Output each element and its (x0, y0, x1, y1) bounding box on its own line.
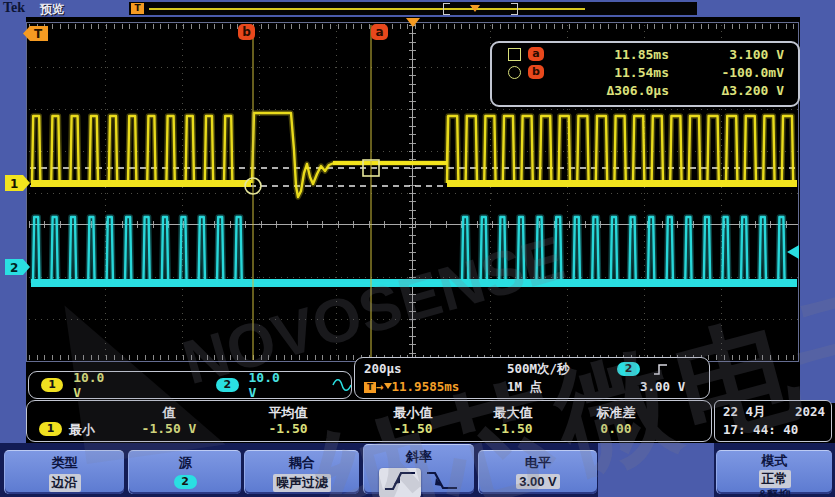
record-line (149, 8, 585, 10)
ch1-badge[interactable]: 1 (41, 378, 63, 392)
ch2-scale: 10.0 V (249, 370, 294, 400)
cursor-a-time: 11.85ms (544, 47, 669, 62)
window-bracket-right-icon (511, 3, 518, 15)
clock-year: 2024 (795, 404, 825, 419)
trigger-record-icon: T (131, 3, 144, 14)
menu-type-button[interactable]: 类型 边沿 (4, 450, 124, 494)
meas-mean: -1.50 (268, 421, 307, 436)
cursor-delta-row: Δ306.0μs Δ3.200 V (492, 81, 798, 99)
bottom-menu: 类型 边沿 源 2 耦合 噪声过滤 斜率 电平 3.00 V (0, 443, 835, 497)
cursor-a-row: a 11.85ms 3.100 V (492, 45, 798, 63)
cursor-a-voltage: 3.100 V (669, 47, 798, 62)
top-bar: Tek 预览 T (0, 0, 835, 17)
trigger-level-readout: 3.00 V (640, 379, 685, 394)
meas-header-mean: 平均值 (269, 404, 308, 422)
record-trigger-triangle-icon (470, 5, 480, 12)
sample-rate: 500M次/秒 (507, 361, 570, 378)
mode-value: 正常 (759, 470, 791, 488)
channel-readout: 1 10.0 V 2 10.0 V (28, 371, 352, 399)
trigger-t-icon: T (364, 382, 376, 393)
meas-value: -1.50 V (142, 421, 197, 436)
timebase-scale: 200μs (364, 361, 402, 376)
record-preview-bar: T (129, 2, 697, 15)
cursor-b-badge: b (528, 65, 544, 79)
meas-header-value: 值 (163, 404, 176, 422)
meas-channel-badge: 1 (39, 422, 62, 436)
cursor-a-label[interactable]: a (371, 24, 388, 40)
acquisition-status: 预览 (40, 1, 64, 18)
meas-header-min: 最小值 (394, 404, 433, 422)
cursor-a-shape-icon (508, 48, 521, 61)
right-border (800, 17, 835, 403)
meas-min: -1.50 (393, 421, 432, 436)
falling-slope-icon[interactable] (424, 469, 460, 497)
cursor-readout: a 11.85ms 3.100 V b 11.54ms -100.0mV Δ30… (490, 41, 800, 107)
cursor-delta-voltage: Δ3.200 V (669, 83, 798, 98)
ac-coupling-icon (332, 379, 351, 391)
cursor-b-voltage: -100.0mV (669, 65, 798, 80)
ch1-scale: 10.0 V (73, 370, 118, 400)
source-channel-badge: 2 (174, 475, 197, 489)
menu-slope-button[interactable]: 斜率 (363, 444, 474, 494)
cursor-b-time: 11.54ms (544, 65, 669, 80)
coupling-value: 噪声过滤 (273, 474, 331, 492)
clock-readout: 22 4月 2024 17: 44: 40 (714, 400, 832, 442)
meas-stddev: 0.00 (600, 421, 631, 436)
left-border (0, 17, 26, 443)
trigger-position-readout: T→11.9585ms (364, 379, 459, 394)
window-bracket-left-icon (443, 3, 450, 15)
meas-max: -1.50 (493, 421, 532, 436)
trigger-triangle-icon (384, 383, 392, 389)
meas-name: 最小 (69, 421, 95, 439)
trigger-position-value: 11.9585ms (392, 379, 460, 394)
menu-source-button[interactable]: 源 2 (128, 450, 241, 494)
cursor-a-badge: a (528, 47, 544, 61)
trigger-slope-icon (653, 362, 669, 376)
cursor-b-shape-icon (508, 66, 521, 79)
rising-slope-icon[interactable] (379, 468, 421, 497)
clock-date: 22 4月 (723, 404, 766, 421)
cursor-b-row: b 11.54ms -100.0mV (492, 63, 798, 81)
timebase-trigger-readout: 200μs 500M次/秒 2 T→11.9585ms 1M 点 3.00 V (354, 357, 710, 399)
tek-logo: Tek (3, 0, 25, 16)
meas-header-max: 最大值 (494, 404, 533, 422)
menu-coupling-button[interactable]: 耦合 噪声过滤 (244, 450, 359, 494)
mode-value2: &释抑 (717, 487, 832, 497)
record-length: 1M 点 (507, 379, 542, 396)
trigger-arrow: → (376, 379, 384, 394)
level-value: 3.00 V (516, 474, 560, 489)
oscilloscope-screen: Tek 预览 T T12 b a a 11.85ms (0, 0, 835, 497)
meas-header-stddev: 标准差 (597, 404, 636, 422)
trigger-source-badge: 2 (617, 362, 640, 376)
ch2-badge[interactable]: 2 (216, 378, 238, 392)
menu-mode-button[interactable]: 模式 正常 &释抑 (716, 450, 832, 494)
cursor-b-label[interactable]: b (238, 24, 255, 40)
menu-spacer (598, 443, 714, 497)
clock-time: 17: 44: 40 (723, 422, 798, 437)
type-value: 边沿 (49, 474, 81, 492)
cursor-delta-time: Δ306.0μs (544, 83, 669, 98)
menu-level-button[interactable]: 电平 3.00 V (478, 450, 597, 494)
measurement-readout: 值 平均值 最小值 最大值 标准差 1 最小 -1.50 V -1.50 -1.… (26, 400, 712, 442)
